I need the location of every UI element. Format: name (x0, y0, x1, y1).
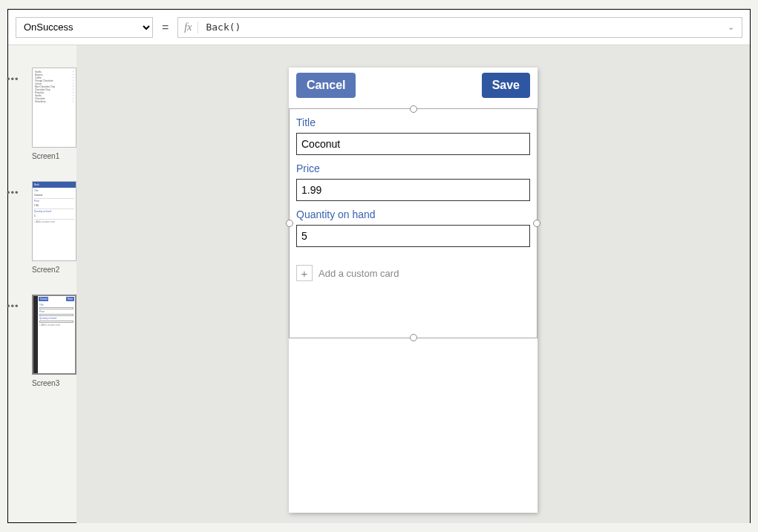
property-selector[interactable]: OnSuccess (16, 17, 153, 38)
thumbnail-screen2[interactable]: Back Title Coconut Price 1.99 Quantity o… (32, 181, 76, 261)
equals-sign: = (160, 21, 170, 34)
thumbnail-screen1[interactable]: Vanilla› Banana› Coffee› Orange Chocolat… (32, 68, 76, 148)
add-card-label: Add a custom card (318, 268, 399, 279)
quantity-input[interactable] (296, 225, 530, 247)
thumbnail-slot-3: ••• CancelSave Title Price Quantity on h… (8, 295, 76, 387)
price-input[interactable] (296, 179, 530, 201)
thumbnail-slot-1: ••• Vanilla› Banana› Coffee› Orange Choc… (8, 68, 76, 160)
thumbnail-label: Screen1 (32, 152, 76, 160)
thumbnail-slot-2: ••• Back Title Coconut Price 1.99 Quanti… (8, 181, 76, 274)
plus-icon: + (296, 265, 313, 281)
formula-input-container: fx ⌄ (177, 17, 742, 38)
add-custom-card[interactable]: + Add a custom card (296, 265, 530, 281)
title-label: Title (296, 116, 530, 128)
form-header: Cancel Save (289, 68, 538, 103)
formula-input[interactable] (198, 22, 720, 33)
canvas[interactable]: Cancel Save Title Price Quantity on hand… (76, 45, 750, 523)
formula-bar: OnSuccess = fx ⌄ (8, 10, 750, 45)
quantity-label: Quantity on hand (296, 208, 530, 220)
thumbnail-label: Screen3 (32, 379, 76, 387)
price-label: Price (296, 162, 530, 174)
phone-preview: Cancel Save Title Price Quantity on hand… (289, 68, 538, 513)
title-input[interactable] (296, 133, 530, 155)
thumbnail-label: Screen2 (32, 266, 76, 274)
workspace: ••• Vanilla› Banana› Coffee› Orange Choc… (8, 45, 750, 523)
thumbnail-screen3[interactable]: CancelSave Title Price Quantity on hand … (32, 295, 76, 375)
fx-icon: fx (178, 22, 198, 33)
cancel-button[interactable]: Cancel (296, 73, 356, 98)
thumbnail-panel: ••• Vanilla› Banana› Coffee› Orange Choc… (8, 45, 76, 523)
edit-form[interactable]: Title Price Quantity on hand + Add a cus… (289, 103, 538, 281)
more-icon[interactable]: ••• (7, 187, 19, 198)
app-frame: OnSuccess = fx ⌄ ••• Vanilla› Banana› Co… (7, 9, 751, 523)
more-icon[interactable]: ••• (7, 73, 19, 85)
more-icon[interactable]: ••• (7, 301, 19, 312)
chevron-down-icon[interactable]: ⌄ (720, 22, 742, 32)
save-button[interactable]: Save (482, 73, 530, 98)
